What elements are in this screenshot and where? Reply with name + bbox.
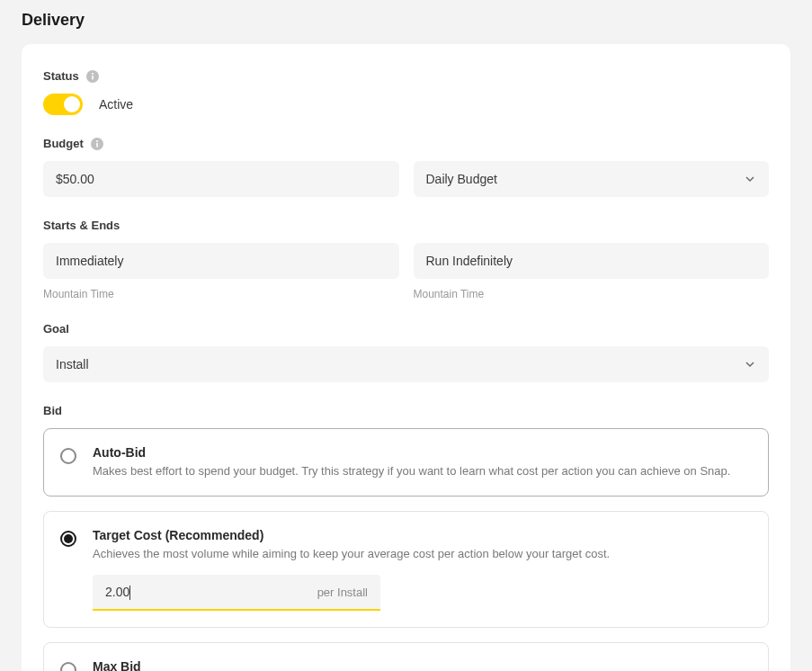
svg-rect-1 (92, 76, 94, 80)
schedule-label: Starts & Ends (43, 219, 120, 232)
bid-target-desc: Achieves the most volume while aiming to… (93, 546, 752, 562)
goal-select[interactable]: Install (43, 346, 769, 382)
svg-point-5 (96, 140, 98, 142)
bid-option-auto[interactable]: Auto-Bid Makes best effort to spend your… (43, 428, 769, 497)
budget-section: Budget $50.00 Daily Budget (43, 137, 769, 197)
status-value: Active (99, 97, 133, 112)
budget-type-value: Daily Budget (426, 172, 497, 186)
radio-max[interactable] (60, 662, 76, 671)
chevron-down-icon (744, 173, 756, 185)
schedule-section: Starts & Ends Immediately Mountain Time … (43, 219, 769, 300)
status-section: Status Active (43, 69, 769, 115)
page-title: Delivery (22, 11, 790, 30)
budget-amount-value: $50.00 (56, 172, 94, 186)
delivery-card: Status Active Budget $50.00 Daily Budget (22, 44, 790, 671)
schedule-end-tz: Mountain Time (414, 288, 770, 300)
budget-label: Budget (43, 137, 84, 150)
info-icon[interactable] (91, 138, 103, 150)
bid-section: Bid Auto-Bid Makes best effort to spend … (43, 404, 769, 671)
info-icon[interactable] (86, 70, 99, 83)
bid-target-title: Target Cost (Recommended) (93, 528, 752, 542)
target-cost-value: 2.00 (105, 585, 129, 599)
goal-value: Install (56, 357, 89, 371)
text-cursor (129, 586, 130, 600)
budget-type-select[interactable]: Daily Budget (414, 161, 770, 197)
svg-rect-4 (96, 143, 98, 148)
budget-amount-input[interactable]: $50.00 (43, 161, 399, 197)
bid-label: Bid (43, 404, 62, 417)
target-cost-input-wrap[interactable]: 2.00 per Install (93, 575, 380, 611)
bid-max-title: Max Bid (93, 659, 752, 671)
schedule-start-input[interactable]: Immediately (43, 243, 399, 279)
bid-auto-title: Auto-Bid (93, 445, 752, 460)
target-cost-suffix: per Install (317, 586, 368, 599)
schedule-end-input[interactable]: Run Indefinitely (414, 243, 770, 279)
status-label: Status (43, 69, 79, 83)
schedule-end-value: Run Indefinitely (426, 254, 513, 268)
schedule-start-tz: Mountain Time (43, 288, 399, 300)
status-toggle[interactable] (43, 94, 83, 115)
radio-target[interactable] (60, 531, 76, 547)
bid-option-target[interactable]: Target Cost (Recommended) Achieves the m… (43, 511, 769, 628)
radio-auto[interactable] (60, 448, 76, 464)
schedule-start-value: Immediately (56, 254, 123, 268)
bid-option-max[interactable]: Max Bid Bids conservatively at or below … (43, 642, 769, 671)
goal-section: Goal Install (43, 322, 769, 382)
chevron-down-icon (744, 358, 756, 371)
bid-auto-desc: Makes best effort to spend your budget. … (93, 463, 752, 479)
svg-point-2 (92, 73, 94, 75)
goal-label: Goal (43, 322, 69, 336)
